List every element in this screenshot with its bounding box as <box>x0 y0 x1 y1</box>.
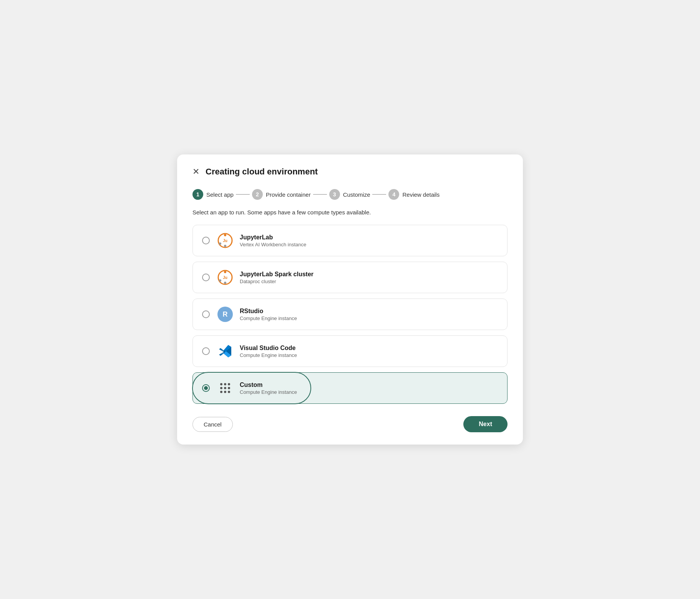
jupyterlab-name: JupyterLab <box>240 234 306 241</box>
app-list: Ju JupyterLab Vertex AI Workbench instan… <box>192 225 508 404</box>
svg-point-17 <box>220 387 222 389</box>
creating-cloud-environment-dialog: ✕ Creating cloud environment 1 Select ap… <box>177 154 523 445</box>
svg-point-16 <box>228 383 230 385</box>
svg-point-18 <box>224 387 226 389</box>
jupyterlab-subtitle: Vertex AI Workbench instance <box>240 242 306 247</box>
step-2-label: Provide container <box>266 191 311 198</box>
step-4: 4 Review details <box>388 189 440 200</box>
vscode-icon-container <box>217 343 234 360</box>
radio-custom <box>202 384 210 392</box>
app-item-jupyterlab-spark[interactable]: Ju JupyterLab Spark cluster Dataproc clu… <box>192 262 508 293</box>
close-button[interactable]: ✕ <box>192 168 199 176</box>
custom-icon <box>217 380 233 396</box>
step-3-circle: 3 <box>329 189 340 200</box>
svg-text:Ju: Ju <box>223 239 227 243</box>
rstudio-subtitle: Compute Engine instance <box>240 315 297 321</box>
cancel-button[interactable]: Cancel <box>192 417 233 432</box>
svg-point-22 <box>228 391 230 393</box>
vscode-icon <box>217 343 233 359</box>
svg-point-14 <box>220 383 222 385</box>
step-4-label: Review details <box>402 191 440 198</box>
svg-point-1 <box>224 234 226 236</box>
app-item-vscode[interactable]: Visual Studio Code Compute Engine instan… <box>192 335 508 367</box>
jupyterlab-spark-subtitle: Dataproc cluster <box>240 279 314 284</box>
radio-rstudio <box>202 310 210 318</box>
svg-text:Ju: Ju <box>223 275 227 280</box>
step-2-circle: 2 <box>252 189 263 200</box>
jupyterlab-spark-name: JupyterLab Spark cluster <box>240 271 314 278</box>
vscode-name: Visual Studio Code <box>240 345 297 352</box>
jupyterlab-spark-icon: Ju <box>217 269 234 286</box>
rstudio-name: RStudio <box>240 308 297 315</box>
radio-jupyterlab <box>202 237 210 244</box>
custom-name: Custom <box>240 382 297 388</box>
radio-custom-inner <box>204 386 208 390</box>
next-button[interactable]: Next <box>463 416 508 432</box>
app-item-jupyterlab[interactable]: Ju JupyterLab Vertex AI Workbench instan… <box>192 225 508 256</box>
step-3: 3 Customize <box>329 189 370 200</box>
app-item-custom[interactable]: Custom Compute Engine instance <box>192 372 508 404</box>
custom-info: Custom Compute Engine instance <box>240 382 297 395</box>
jupyterlab-spark-info: JupyterLab Spark cluster Dataproc cluste… <box>240 271 314 284</box>
dialog-title: Creating cloud environment <box>206 167 318 177</box>
svg-point-21 <box>224 391 226 393</box>
step-connector-3 <box>372 194 386 195</box>
svg-point-2 <box>224 245 226 247</box>
svg-point-7 <box>224 282 226 284</box>
svg-point-20 <box>220 391 222 393</box>
dialog-header: ✕ Creating cloud environment <box>192 167 508 177</box>
jupyterlab-icon: Ju <box>217 232 234 249</box>
dialog-footer: Cancel Next <box>192 416 508 432</box>
app-item-rstudio[interactable]: R RStudio Compute Engine instance <box>192 299 508 330</box>
jupyterlab-info: JupyterLab Vertex AI Workbench instance <box>240 234 306 247</box>
svg-point-3 <box>219 242 221 245</box>
svg-point-8 <box>219 279 221 282</box>
description-text: Select an app to run. Some apps have a f… <box>192 209 508 216</box>
vscode-subtitle: Compute Engine instance <box>240 352 297 358</box>
custom-subtitle: Compute Engine instance <box>240 389 297 395</box>
vscode-info: Visual Studio Code Compute Engine instan… <box>240 345 297 358</box>
rstudio-info: RStudio Compute Engine instance <box>240 308 297 321</box>
rstudio-icon: R <box>217 307 233 322</box>
step-2: 2 Provide container <box>252 189 311 200</box>
custom-icon-container <box>217 380 234 397</box>
svg-point-6 <box>224 271 226 273</box>
step-1-label: Select app <box>206 191 234 198</box>
step-1: 1 Select app <box>192 189 234 200</box>
radio-jupyterlab-spark <box>202 274 210 281</box>
step-3-label: Customize <box>343 191 370 198</box>
step-4-circle: 4 <box>388 189 399 200</box>
stepper: 1 Select app 2 Provide container 3 Custo… <box>192 189 508 200</box>
step-connector-2 <box>313 194 327 195</box>
step-connector-1 <box>236 194 250 195</box>
radio-vscode <box>202 347 210 355</box>
svg-point-15 <box>224 383 226 385</box>
rstudio-icon-container: R <box>217 306 234 323</box>
svg-point-19 <box>228 387 230 389</box>
step-1-circle: 1 <box>192 189 203 200</box>
